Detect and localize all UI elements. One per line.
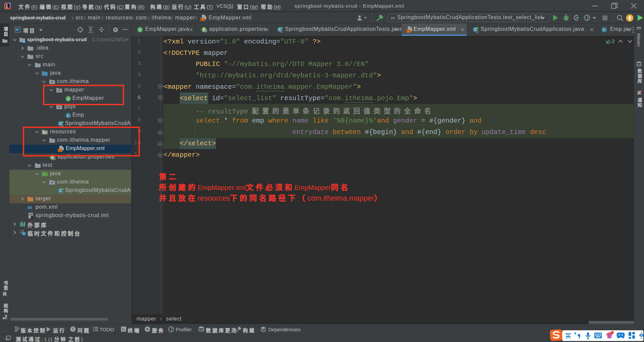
svg-text:I: I: [139, 28, 141, 32]
svg-text:C: C: [603, 28, 606, 32]
svg-text:C: C: [67, 114, 70, 118]
